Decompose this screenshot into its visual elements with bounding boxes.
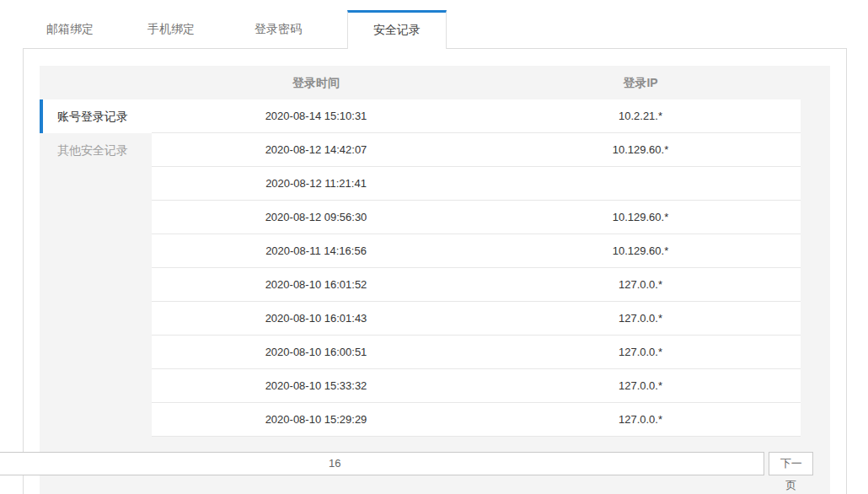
table-row: 2020-08-10 15:29:29127.0.0.* (152, 403, 801, 437)
table-row: 2020-08-10 15:33:32127.0.0.* (152, 369, 801, 403)
table-header-spacer (40, 66, 152, 99)
login-time-cell: 2020-08-10 16:01:43 (152, 302, 480, 335)
tab-email-binding[interactable]: 邮箱绑定 (20, 10, 120, 48)
login-time-cell: 2020-08-12 14:42:07 (152, 133, 480, 166)
pagination-page-16[interactable]: 16 (0, 452, 764, 475)
login-time-cell: 2020-08-10 15:29:29 (152, 403, 480, 436)
column-header-login-time: 登录时间 (152, 66, 480, 99)
table-row: 2020-08-10 16:01:43127.0.0.* (152, 302, 801, 336)
table-body: 2020-08-14 15:10:3110.2.21.*2020-08-12 1… (152, 99, 801, 437)
table-row: 2020-08-14 15:10:3110.2.21.* (152, 99, 801, 133)
login-time-cell: 2020-08-11 14:16:56 (152, 234, 480, 267)
login-ip-cell: 10.129.60.* (480, 133, 801, 166)
pagination-next-button[interactable]: 下一页 (769, 452, 813, 475)
login-ip-cell: 127.0.0.* (480, 369, 801, 402)
login-ip-cell: 10.2.21.* (480, 99, 801, 132)
login-time-cell: 2020-08-10 15:33:32 (152, 369, 480, 402)
table-row: 2020-08-12 09:56:3010.129.60.* (152, 201, 801, 234)
table-row: 2020-08-12 11:21:41 (152, 167, 801, 201)
login-ip-cell (480, 167, 801, 200)
login-ip-cell: 127.0.0.* (480, 268, 801, 301)
tab-security-records[interactable]: 安全记录 (347, 10, 447, 49)
table-row: 2020-08-10 16:00:51127.0.0.* (152, 336, 801, 369)
login-time-cell: 2020-08-12 09:56:30 (152, 201, 480, 234)
table-row: 2020-08-10 16:01:52127.0.0.* (152, 268, 801, 302)
security-settings-page: 邮箱绑定手机绑定登录密码安全记录 登录时间 登录IP 账号登录记录其他安全记录 … (0, 0, 868, 494)
sidebar-item-account-login-records[interactable]: 账号登录记录 (40, 99, 152, 133)
column-header-login-ip: 登录IP (480, 66, 801, 99)
login-ip-cell: 127.0.0.* (480, 336, 801, 368)
login-time-cell: 2020-08-10 16:01:52 (152, 268, 480, 301)
tab-login-password[interactable]: 登录密码 (228, 10, 328, 48)
tab-phone-binding[interactable]: 手机绑定 (121, 10, 221, 48)
login-time-cell: 2020-08-14 15:10:31 (152, 99, 480, 132)
table-row: 2020-08-11 14:16:5610.129.60.* (152, 234, 801, 268)
login-time-cell: 2020-08-10 16:00:51 (152, 336, 480, 368)
sidebar: 账号登录记录其他安全记录 (40, 99, 152, 167)
login-ip-cell: 10.129.60.* (480, 234, 801, 267)
table-header: 登录时间 登录IP (40, 66, 830, 99)
login-time-cell: 2020-08-12 11:21:41 (152, 167, 480, 200)
login-ip-cell: 10.129.60.* (480, 201, 801, 234)
pagination: 上一页123...1516下一页 (0, 452, 813, 475)
login-ip-cell: 127.0.0.* (480, 302, 801, 335)
sidebar-item-other-security-records[interactable]: 其他安全记录 (40, 133, 152, 167)
login-ip-cell: 127.0.0.* (480, 403, 801, 436)
table-row: 2020-08-12 14:42:0710.129.60.* (152, 133, 801, 167)
